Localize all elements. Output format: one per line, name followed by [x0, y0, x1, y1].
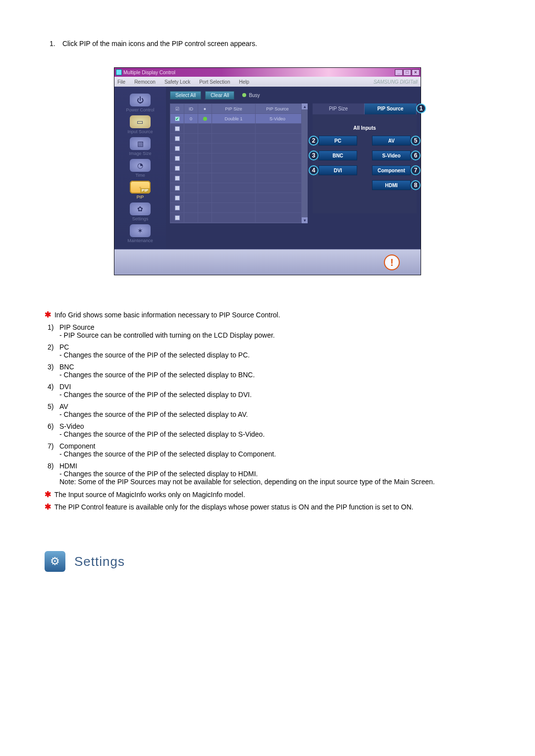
col-pip-source: PIP Source	[256, 104, 299, 113]
clear-all-button[interactable]: Clear All	[205, 91, 234, 100]
main-area: Select All Clear All Busy ☑ ID	[166, 87, 421, 249]
row-checkbox[interactable]	[175, 156, 180, 161]
list-item: 5)AV - Changes the source of the PIP of …	[48, 403, 490, 418]
list-item: 1)PIP Source - PIP Source can be control…	[48, 323, 490, 339]
busy-label: Busy	[249, 93, 260, 98]
table-row[interactable]	[170, 163, 301, 173]
busy-dot-icon	[242, 93, 246, 97]
row-checkbox[interactable]	[175, 196, 180, 201]
callout-1: 1	[416, 103, 426, 113]
table-row[interactable]	[170, 193, 301, 203]
sidebar: ⏻ Power Control ▭ Input Source ▧ Image S…	[114, 87, 166, 249]
star-note-3: ✱ The PIP Control feature is available o…	[45, 502, 490, 511]
table-row[interactable]	[170, 213, 301, 223]
tab-pip-size[interactable]: PIP Size	[313, 103, 365, 114]
row-checkbox[interactable]	[175, 166, 180, 171]
titlebar: Multiple Display Control _ □ ×	[114, 68, 421, 77]
sidebar-item-label: PIP	[137, 195, 144, 200]
table-row[interactable]	[170, 124, 301, 134]
component-button[interactable]: Component	[372, 165, 411, 175]
menu-port-selection[interactable]: Port Selection	[199, 79, 230, 85]
pc-button[interactable]: PC	[319, 136, 357, 146]
window-body: ⏻ Power Control ▭ Input Source ▧ Image S…	[114, 87, 421, 249]
sidebar-item-maintenance[interactable]: ✶ Maintenance	[127, 224, 153, 243]
sidebar-item-label: Image Size	[129, 151, 151, 156]
sidebar-item-settings[interactable]: ✿ Settings	[130, 202, 151, 221]
grid-scrollbar[interactable]: ▴ ▾	[302, 103, 308, 223]
sidebar-item-image-size[interactable]: ▧ Image Size	[129, 137, 151, 156]
list-item: 4)DVI - Changes the source of the PIP of…	[48, 383, 490, 399]
menu-safety-lock[interactable]: Safety Lock	[164, 79, 190, 85]
col-pip-size: PIP Size	[212, 104, 256, 113]
maintenance-icon: ✶	[130, 224, 151, 237]
star-icon: ✱	[45, 490, 51, 499]
menu-file[interactable]: File	[117, 79, 125, 85]
sidebar-item-time[interactable]: ◔ Time	[130, 159, 151, 178]
star-note-1: ✱ Info Grid shows some basic information…	[45, 310, 490, 319]
notes-section: ✱ Info Grid shows some basic information…	[45, 310, 490, 511]
tab-pip-source[interactable]: PIP Source 1	[365, 103, 417, 114]
table-row[interactable]	[170, 203, 301, 213]
scroll-down-icon[interactable]: ▾	[302, 217, 308, 223]
sidebar-item-power-control[interactable]: ⏻ Power Control	[126, 94, 154, 112]
brand-logo: SAMSUNG DIGITall	[374, 79, 418, 85]
row-checkbox[interactable]	[175, 146, 180, 151]
star-icon: ✱	[45, 310, 51, 319]
dvi-button[interactable]: DVI	[319, 165, 357, 175]
row-pip-source: S-Video	[256, 114, 299, 123]
star-note-2: ✱ The Input source of MagicInfo works on…	[45, 490, 490, 499]
sidebar-item-input-source[interactable]: ▭ Input Source	[127, 115, 153, 134]
pip-badge: PIP	[140, 188, 150, 193]
callout-7: 7	[411, 165, 421, 175]
sidebar-item-label: Input Source	[127, 129, 153, 134]
callout-3: 3	[309, 151, 319, 160]
av-button[interactable]: AV	[372, 136, 411, 146]
row-id: 0	[184, 114, 198, 123]
row-checkbox[interactable]: ✔	[175, 116, 180, 121]
sidebar-item-label: Settings	[132, 216, 149, 221]
settings-section-icon: ⚙	[45, 551, 65, 572]
row-checkbox[interactable]	[175, 136, 180, 141]
sidebar-item-pip[interactable]: ▫ PIP PIP	[130, 181, 151, 200]
scroll-up-icon[interactable]: ▴	[302, 103, 308, 109]
star-icon: ✱	[45, 503, 51, 511]
col-check: ☑	[170, 104, 184, 113]
table-row[interactable]	[170, 144, 301, 153]
titlebar-left: Multiple Display Control	[116, 69, 175, 75]
col-status: ●	[198, 104, 212, 113]
maximize-button[interactable]: □	[403, 69, 411, 76]
intro-line: 1. Click PIP of the main icons and the P…	[50, 40, 490, 48]
tab-row: PIP Size PIP Source 1	[313, 103, 417, 114]
input-icon: ▭	[130, 115, 151, 128]
minimize-button[interactable]: _	[395, 69, 403, 76]
menubar: File Remocon Safety Lock Port Selection …	[114, 77, 421, 87]
row-checkbox[interactable]	[175, 176, 180, 181]
select-all-button[interactable]: Select All	[170, 91, 201, 100]
row-checkbox[interactable]	[175, 215, 180, 220]
row-checkbox[interactable]	[175, 205, 180, 210]
app-icon	[116, 69, 122, 75]
table-row[interactable]: ✔ 0 Double 1 S-Video	[170, 114, 301, 124]
row-checkbox[interactable]	[175, 126, 180, 131]
power-icon: ⏻	[130, 94, 151, 106]
callout-8: 8	[411, 180, 421, 190]
bnc-button[interactable]: BNC	[319, 151, 357, 160]
right-panel: PIP Size PIP Source 1 All Inputs 2	[313, 103, 417, 223]
menu-help[interactable]: Help	[239, 79, 249, 85]
intro-number: 1.	[50, 40, 60, 48]
row-checkbox[interactable]	[175, 186, 180, 191]
hdmi-button[interactable]: HDMI	[372, 180, 411, 190]
svideo-button[interactable]: S-Video	[372, 151, 411, 160]
table-row[interactable]	[170, 183, 301, 193]
table-row[interactable]	[170, 173, 301, 183]
table-row[interactable]	[170, 153, 301, 163]
busy-indicator: Busy	[242, 93, 260, 98]
row-pip-size: Double 1	[212, 114, 256, 123]
close-button[interactable]: ×	[412, 69, 420, 76]
menu-remocon[interactable]: Remocon	[134, 79, 156, 85]
table-row[interactable]	[170, 134, 301, 144]
image-size-icon: ▧	[130, 137, 151, 150]
note-line: Note: Some of the PIP Sources may not be…	[59, 478, 490, 486]
callout-5: 5	[411, 136, 421, 146]
status-orb-icon: !	[384, 254, 400, 270]
